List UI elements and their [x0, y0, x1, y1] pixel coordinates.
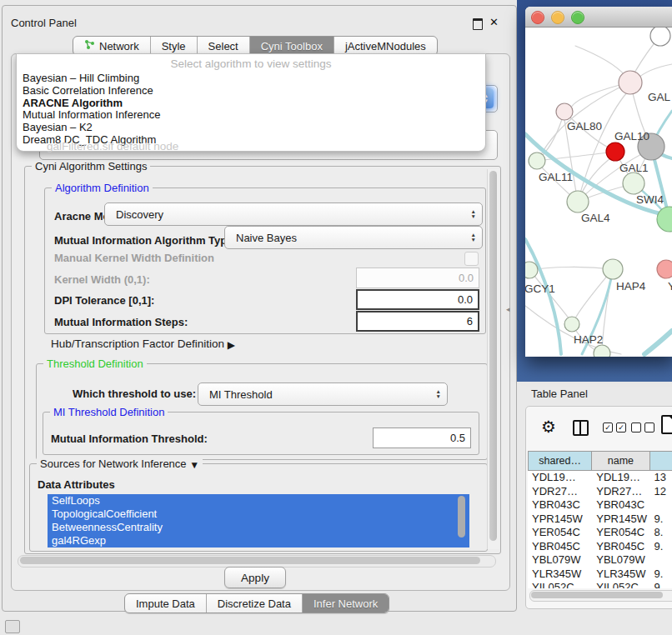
- tab-label: Cyni Toolbox: [261, 40, 323, 52]
- settings-horizontal-scrollbar[interactable]: [18, 555, 496, 568]
- collapsed-panel-icon[interactable]: [5, 620, 20, 633]
- attribute-item-topologicalcoefficient[interactable]: TopologicalCoefficient: [48, 508, 469, 521]
- dropdown-item-bayesian-k2[interactable]: Bayesian – K2: [17, 122, 485, 134]
- network-node-gal80[interactable]: [556, 103, 573, 120]
- network-window-titlebar[interactable]: [525, 7, 672, 28]
- gear-icon[interactable]: ⚙: [541, 417, 556, 437]
- scrollbar-thumb[interactable]: [20, 557, 480, 564]
- table-row[interactable]: YBL079WYBL079W: [528, 553, 672, 568]
- attribute-item-selfloops[interactable]: SelfLoops: [48, 494, 469, 508]
- table-cell: YBL079W: [528, 553, 592, 568]
- mi-threshold-field[interactable]: 0.5: [373, 428, 471, 448]
- table-row[interactable]: YDL19…YDL19…13: [528, 471, 672, 485]
- scrollbar-thumb[interactable]: [489, 171, 497, 541]
- table-row[interactable]: YER054CYER054C8.: [528, 526, 672, 540]
- manual-kernel-width-label: Manual Kernel Width Definition: [54, 252, 214, 264]
- triangle-right-icon: ▶: [228, 339, 235, 351]
- algorithm-definition-title: Algorithm Definition: [52, 182, 153, 194]
- table-row[interactable]: YLR345WYLR345W9.: [528, 568, 672, 582]
- network-edge: [575, 46, 625, 76]
- network-node[interactable]: [650, 28, 670, 46]
- float-panel-icon[interactable]: [473, 18, 483, 30]
- mi-steps-field[interactable]: 6: [356, 311, 479, 332]
- node-label-gal80: GAL80: [567, 120, 602, 132]
- node-table[interactable]: shared…nameYDL19…YDL19…13YDR27…YDR27…12Y…: [528, 451, 672, 588]
- tab-label: jActiveMNodules: [345, 40, 426, 52]
- network-node[interactable]: [606, 142, 624, 161]
- data-attributes-list[interactable]: SelfLoopsTopologicalCoefficientBetweenne…: [48, 494, 469, 548]
- columns-icon[interactable]: [573, 420, 589, 436]
- dropdown-item-mutual-information-inference[interactable]: Mutual Information Inference: [17, 109, 485, 122]
- table-cell: 12: [650, 485, 672, 499]
- tab-jactivemnodules[interactable]: jActiveMNodules: [334, 37, 437, 55]
- network-node[interactable]: [594, 345, 610, 357]
- dropdown-item-basic-correlation-inference[interactable]: Basic Correlation Inference: [17, 85, 485, 98]
- attribute-item-betweennesscentrality[interactable]: BetweennessCentrality: [48, 521, 469, 534]
- table-horizontal-scrollbar[interactable]: [529, 590, 672, 602]
- network-node-swi4[interactable]: [657, 207, 672, 232]
- table-header-row: shared…name: [528, 451, 672, 471]
- settings-group-title: Cyni Algorithm Settings: [32, 160, 150, 172]
- table-cell: YBR045C: [528, 540, 592, 554]
- network-node-hap2[interactable]: [564, 317, 579, 332]
- tab-cyni-toolbox[interactable]: Cyni Toolbox: [250, 37, 334, 55]
- table-row[interactable]: YIL052CYIL052C9: [528, 581, 672, 588]
- table-cell: YLR345W: [528, 568, 592, 582]
- sources-group-title[interactable]: Sources for Network Inference ▼: [37, 458, 203, 470]
- network-node-gcy1[interactable]: [525, 262, 538, 278]
- deselect-all-columns-icon[interactable]: [631, 422, 654, 432]
- column-header-cut[interactable]: [650, 451, 672, 471]
- dropdown-item-aracne-algorithm[interactable]: ARACNE Algorithm: [17, 98, 485, 110]
- column-header-shared[interactable]: shared…: [528, 451, 592, 471]
- aracne-mode-combobox[interactable]: Discovery ▲▼: [104, 202, 483, 226]
- settings-vertical-scrollbar[interactable]: [487, 169, 499, 549]
- column-header-name[interactable]: name: [592, 451, 649, 471]
- table-cell: YDL19…: [528, 471, 592, 485]
- kernel-width-field[interactable]: 0.0: [356, 268, 479, 288]
- scrollbar-thumb[interactable]: [531, 592, 663, 598]
- network-node-gal11[interactable]: [529, 152, 545, 169]
- table-row[interactable]: YBR045CYBR045C9.: [528, 540, 672, 554]
- minimize-traffic-light-icon[interactable]: [551, 11, 564, 24]
- dpi-tolerance-label: DPI Tolerance [0,1]:: [54, 294, 154, 307]
- manual-kernel-width-checkbox[interactable]: [464, 252, 479, 266]
- table-cell: YBL079W: [592, 553, 649, 568]
- panel-collapse-icon[interactable]: ◂: [506, 305, 510, 313]
- table-row[interactable]: YPR145WYPR145W9.: [528, 512, 672, 527]
- control-panel-title: Control Panel: [11, 17, 77, 29]
- network-node-gal4[interactable]: [567, 191, 589, 212]
- mi-algorithm-type-combobox[interactable]: Naive Bayes ▲▼: [224, 226, 483, 249]
- attribute-item-gal4rgexp[interactable]: gal4RGexp: [48, 534, 469, 548]
- network-node-gal1[interactable]: [623, 172, 644, 194]
- table-cell: YBR043C: [528, 498, 592, 512]
- tab-select[interactable]: Select: [198, 37, 250, 55]
- table-cell: 9.: [650, 568, 672, 582]
- tab-impute-data[interactable]: Impute Data: [125, 594, 207, 612]
- stepper-icon: ▲▼: [436, 383, 441, 405]
- node-label-gal: GAL: [648, 91, 671, 103]
- network-node-gal[interactable]: [619, 71, 642, 94]
- tab-infer-network[interactable]: Infer Network: [303, 594, 389, 612]
- network-node-hap4[interactable]: [603, 259, 623, 279]
- select-all-columns-icon[interactable]: ✓✓: [603, 422, 626, 432]
- list-scrollbar-thumb[interactable]: [458, 496, 465, 538]
- tab-style[interactable]: Style: [151, 37, 198, 55]
- table-toolbar: ⚙ ✓✓: [526, 407, 672, 448]
- dropdown-item-bayesian-hill-climbing[interactable]: Bayesian – Hill Climbing: [17, 72, 485, 85]
- hub-definition-expander[interactable]: Hub/Transcription Factor Definition ▶: [51, 338, 235, 350]
- tab-network[interactable]: Network: [73, 37, 151, 55]
- close-icon[interactable]: ✕: [489, 16, 499, 28]
- dpi-tolerance-field[interactable]: 0.0: [356, 289, 479, 310]
- network-canvas[interactable]: GALGAL80GAL10GAL1GAL11GAL4SWI4GCY1HAP4YH…: [525, 28, 672, 357]
- table-row[interactable]: YBR043CYBR043C: [528, 498, 672, 512]
- network-node-y[interactable]: [657, 260, 672, 278]
- apply-button[interactable]: Apply: [224, 567, 286, 588]
- export-table-icon[interactable]: [661, 415, 672, 434]
- table-row[interactable]: YDR27…YDR27…12: [528, 485, 672, 499]
- close-traffic-light-icon[interactable]: [531, 11, 544, 24]
- network-edge: [637, 64, 672, 79]
- tab-discretize-data[interactable]: Discretize Data: [207, 594, 303, 612]
- table-cell: 9.: [650, 512, 672, 527]
- zoom-traffic-light-icon[interactable]: [571, 11, 584, 24]
- which-threshold-combobox[interactable]: MI Threshold ▲▼: [198, 382, 448, 406]
